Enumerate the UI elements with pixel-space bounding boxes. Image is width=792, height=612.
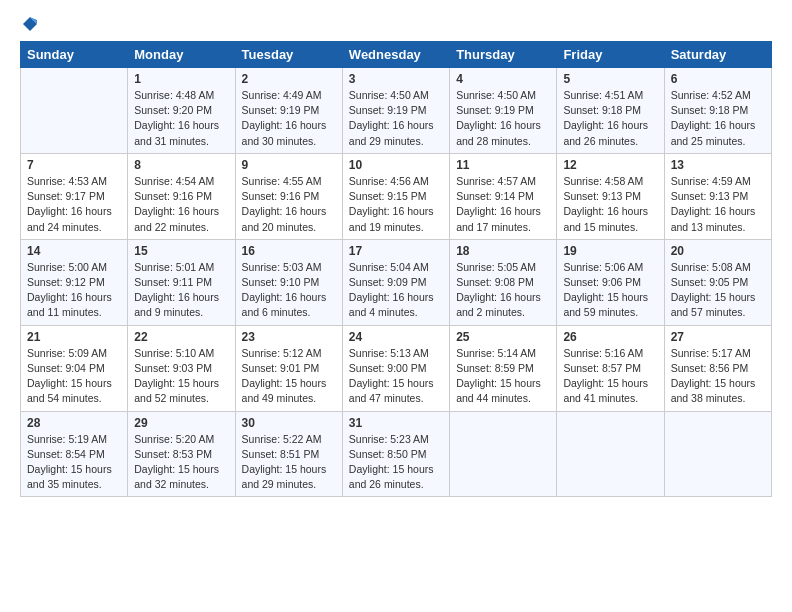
calendar-table: SundayMondayTuesdayWednesdayThursdayFrid… xyxy=(20,41,772,497)
info-line: and 59 minutes. xyxy=(563,305,657,320)
svg-marker-0 xyxy=(23,17,37,31)
info-line: Sunset: 9:19 PM xyxy=(349,103,443,118)
info-line: Sunrise: 4:49 AM xyxy=(242,88,336,103)
calendar-cell: 12Sunrise: 4:58 AMSunset: 9:13 PMDayligh… xyxy=(557,153,664,239)
calendar-cell: 29Sunrise: 5:20 AMSunset: 8:53 PMDayligh… xyxy=(128,411,235,497)
info-line: Sunrise: 5:19 AM xyxy=(27,432,121,447)
day-info: Sunrise: 5:22 AMSunset: 8:51 PMDaylight:… xyxy=(242,432,336,493)
info-line: Sunrise: 5:10 AM xyxy=(134,346,228,361)
calendar-cell: 21Sunrise: 5:09 AMSunset: 9:04 PMDayligh… xyxy=(21,325,128,411)
info-line: Sunrise: 5:06 AM xyxy=(563,260,657,275)
calendar-cell xyxy=(450,411,557,497)
info-line: and 17 minutes. xyxy=(456,220,550,235)
week-row-5: 28Sunrise: 5:19 AMSunset: 8:54 PMDayligh… xyxy=(21,411,772,497)
day-number: 12 xyxy=(563,158,657,172)
day-number: 14 xyxy=(27,244,121,258)
info-line: Sunset: 9:17 PM xyxy=(27,189,121,204)
info-line: and 29 minutes. xyxy=(242,477,336,492)
info-line: Sunrise: 4:51 AM xyxy=(563,88,657,103)
info-line: Daylight: 15 hours xyxy=(671,290,765,305)
col-header-wednesday: Wednesday xyxy=(342,42,449,68)
info-line: Sunset: 9:13 PM xyxy=(563,189,657,204)
day-info: Sunrise: 5:12 AMSunset: 9:01 PMDaylight:… xyxy=(242,346,336,407)
info-line: Sunrise: 5:23 AM xyxy=(349,432,443,447)
day-info: Sunrise: 5:09 AMSunset: 9:04 PMDaylight:… xyxy=(27,346,121,407)
day-info: Sunrise: 5:19 AMSunset: 8:54 PMDaylight:… xyxy=(27,432,121,493)
info-line: Daylight: 15 hours xyxy=(563,290,657,305)
info-line: Sunset: 9:03 PM xyxy=(134,361,228,376)
info-line: Daylight: 15 hours xyxy=(563,376,657,391)
info-line: Sunset: 9:08 PM xyxy=(456,275,550,290)
info-line: Sunrise: 5:00 AM xyxy=(27,260,121,275)
info-line: Sunset: 9:09 PM xyxy=(349,275,443,290)
day-number: 7 xyxy=(27,158,121,172)
day-number: 6 xyxy=(671,72,765,86)
calendar-cell: 5Sunrise: 4:51 AMSunset: 9:18 PMDaylight… xyxy=(557,68,664,154)
info-line: Daylight: 16 hours xyxy=(349,290,443,305)
info-line: and 26 minutes. xyxy=(563,134,657,149)
day-info: Sunrise: 5:04 AMSunset: 9:09 PMDaylight:… xyxy=(349,260,443,321)
week-row-1: 1Sunrise: 4:48 AMSunset: 9:20 PMDaylight… xyxy=(21,68,772,154)
info-line: Sunset: 9:06 PM xyxy=(563,275,657,290)
info-line: Sunrise: 4:52 AM xyxy=(671,88,765,103)
info-line: Daylight: 16 hours xyxy=(27,290,121,305)
info-line: and 52 minutes. xyxy=(134,391,228,406)
info-line: Sunrise: 5:16 AM xyxy=(563,346,657,361)
calendar-cell: 30Sunrise: 5:22 AMSunset: 8:51 PMDayligh… xyxy=(235,411,342,497)
info-line: and 28 minutes. xyxy=(456,134,550,149)
info-line: Sunrise: 4:53 AM xyxy=(27,174,121,189)
col-header-tuesday: Tuesday xyxy=(235,42,342,68)
info-line: Sunset: 9:00 PM xyxy=(349,361,443,376)
info-line: Sunset: 8:53 PM xyxy=(134,447,228,462)
calendar-cell: 25Sunrise: 5:14 AMSunset: 8:59 PMDayligh… xyxy=(450,325,557,411)
info-line: and 4 minutes. xyxy=(349,305,443,320)
info-line: and 32 minutes. xyxy=(134,477,228,492)
info-line: and 25 minutes. xyxy=(671,134,765,149)
info-line: Sunrise: 4:50 AM xyxy=(456,88,550,103)
info-line: Sunset: 9:01 PM xyxy=(242,361,336,376)
day-number: 27 xyxy=(671,330,765,344)
info-line: Daylight: 16 hours xyxy=(456,204,550,219)
info-line: Sunrise: 4:50 AM xyxy=(349,88,443,103)
day-info: Sunrise: 4:50 AMSunset: 9:19 PMDaylight:… xyxy=(349,88,443,149)
calendar-cell: 24Sunrise: 5:13 AMSunset: 9:00 PMDayligh… xyxy=(342,325,449,411)
day-number: 1 xyxy=(134,72,228,86)
info-line: and 2 minutes. xyxy=(456,305,550,320)
info-line: Daylight: 15 hours xyxy=(27,462,121,477)
day-number: 23 xyxy=(242,330,336,344)
info-line: and 13 minutes. xyxy=(671,220,765,235)
info-line: Sunrise: 5:17 AM xyxy=(671,346,765,361)
info-line: and 57 minutes. xyxy=(671,305,765,320)
day-number: 11 xyxy=(456,158,550,172)
day-number: 25 xyxy=(456,330,550,344)
header-row: SundayMondayTuesdayWednesdayThursdayFrid… xyxy=(21,42,772,68)
calendar-cell: 4Sunrise: 4:50 AMSunset: 9:19 PMDaylight… xyxy=(450,68,557,154)
info-line: and 29 minutes. xyxy=(349,134,443,149)
day-info: Sunrise: 5:03 AMSunset: 9:10 PMDaylight:… xyxy=(242,260,336,321)
day-info: Sunrise: 5:01 AMSunset: 9:11 PMDaylight:… xyxy=(134,260,228,321)
info-line: Sunrise: 5:12 AM xyxy=(242,346,336,361)
calendar-cell: 13Sunrise: 4:59 AMSunset: 9:13 PMDayligh… xyxy=(664,153,771,239)
info-line: and 44 minutes. xyxy=(456,391,550,406)
day-number: 31 xyxy=(349,416,443,430)
day-info: Sunrise: 4:53 AMSunset: 9:17 PMDaylight:… xyxy=(27,174,121,235)
calendar-cell: 7Sunrise: 4:53 AMSunset: 9:17 PMDaylight… xyxy=(21,153,128,239)
day-info: Sunrise: 5:08 AMSunset: 9:05 PMDaylight:… xyxy=(671,260,765,321)
info-line: and 31 minutes. xyxy=(134,134,228,149)
day-number: 2 xyxy=(242,72,336,86)
info-line: Daylight: 15 hours xyxy=(134,376,228,391)
calendar-cell: 31Sunrise: 5:23 AMSunset: 8:50 PMDayligh… xyxy=(342,411,449,497)
info-line: Sunset: 8:50 PM xyxy=(349,447,443,462)
info-line: and 6 minutes. xyxy=(242,305,336,320)
day-number: 8 xyxy=(134,158,228,172)
day-number: 28 xyxy=(27,416,121,430)
calendar-cell: 3Sunrise: 4:50 AMSunset: 9:19 PMDaylight… xyxy=(342,68,449,154)
day-info: Sunrise: 4:49 AMSunset: 9:19 PMDaylight:… xyxy=(242,88,336,149)
info-line: Sunset: 9:18 PM xyxy=(671,103,765,118)
day-number: 16 xyxy=(242,244,336,258)
day-info: Sunrise: 5:00 AMSunset: 9:12 PMDaylight:… xyxy=(27,260,121,321)
info-line: Sunrise: 4:58 AM xyxy=(563,174,657,189)
day-info: Sunrise: 5:17 AMSunset: 8:56 PMDaylight:… xyxy=(671,346,765,407)
info-line: Sunset: 9:04 PM xyxy=(27,361,121,376)
col-header-saturday: Saturday xyxy=(664,42,771,68)
